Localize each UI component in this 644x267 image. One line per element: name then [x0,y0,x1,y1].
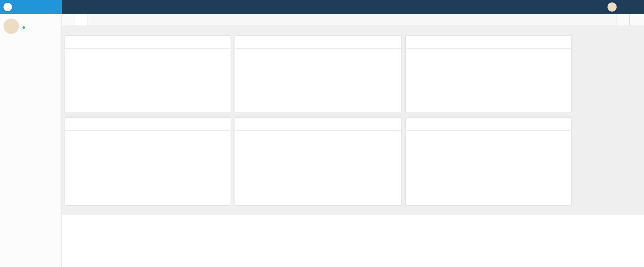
panel-pie-chart [65,117,231,206]
content-area [62,14,644,267]
logout-link[interactable] [30,26,35,29]
tabbar-right [617,14,644,26]
profile-info [22,23,35,29]
hamburger-icon [66,4,72,10]
panel-notices [405,35,572,113]
panel-header [235,36,401,49]
avatar-image-icon [4,19,19,34]
pie-chart-icon [69,122,74,126]
fullscreen-button[interactable] [590,4,603,10]
bell-icon [566,4,571,10]
panel-done-tasks [235,35,401,113]
bar-chart [406,131,571,206]
sidebar [0,14,62,267]
refresh-button[interactable] [629,14,644,26]
app-window [0,0,644,267]
tabs-scroll-right-button[interactable] [617,14,629,26]
power-icon [30,26,34,29]
megaphone-icon [410,40,415,44]
done-list [235,49,401,51]
todo-list [65,49,231,51]
panel-header [65,36,231,49]
panel-bar-chart [405,117,572,206]
navbar-right [562,0,644,14]
tab-bar [62,14,644,26]
brand[interactable] [0,0,62,14]
tabs-scroll-left-button[interactable] [62,14,74,26]
notifications-button[interactable] [562,4,575,10]
bar-chart-icon [239,122,244,126]
list-icon [79,5,83,9]
sidebar-toggle-button[interactable] [62,0,75,14]
chevron-down-icon [85,5,89,9]
user-profile [0,14,61,40]
paper-plane-icon [69,40,74,44]
avatar-image-icon [608,2,617,12]
online-status [22,26,26,29]
tasks-row [65,35,572,113]
panel-header [406,118,571,131]
avatar [608,2,617,12]
page-bottom-space [62,215,644,267]
online-dot-icon [22,26,25,29]
notice-list [406,49,571,51]
refresh-icon [634,18,638,22]
bar-chart-canvas [406,131,571,206]
more-menu-button[interactable] [75,0,92,14]
dashboard [62,26,644,215]
page-layout [0,14,644,267]
profile-status [22,26,35,29]
pie-chart [65,131,231,206]
envelope-icon [580,4,585,10]
panel-line-chart [235,117,401,206]
bar-chart-icon [410,122,415,126]
line-chart-canvas [235,140,401,206]
user-menu[interactable] [604,2,623,12]
panel-header [235,118,401,131]
panel-todo-tasks [65,35,231,113]
panel-header [406,36,571,49]
double-chevron-left-icon [66,18,70,22]
avatar [4,19,19,34]
line-chart [235,131,401,206]
messages-button[interactable] [576,4,589,10]
line-legend [235,131,401,140]
panel-header [65,118,231,131]
paper-plane-icon [239,40,244,44]
double-chevron-right-icon [621,18,625,22]
pie-chart-canvas [65,131,231,206]
top-navbar [0,0,644,14]
tab-home[interactable] [74,14,87,26]
brand-logo-icon [4,3,12,11]
expand-icon [594,4,599,10]
charts-row [65,117,572,206]
